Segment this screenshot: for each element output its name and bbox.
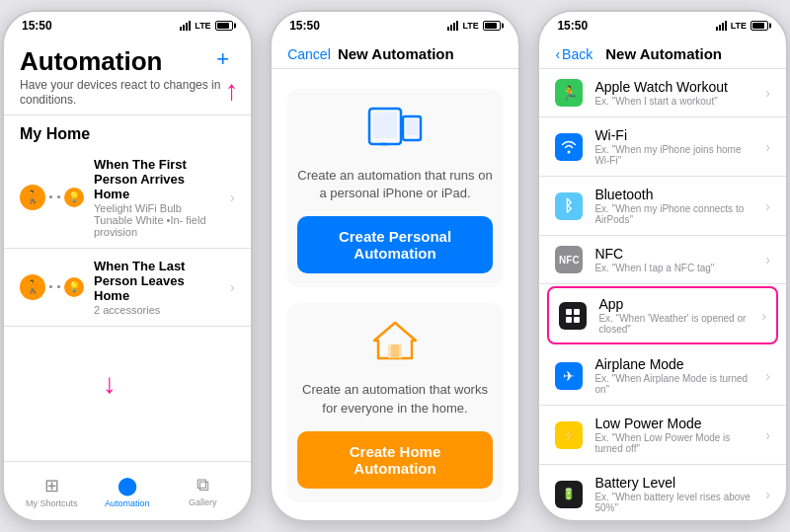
status-bar-3: 15:50 LTE: [539, 12, 786, 39]
person-leave-icon: 🚶: [20, 274, 45, 300]
create-home-btn[interactable]: Create Home Automation: [297, 431, 493, 489]
back-chevron-icon: ‹: [555, 46, 560, 62]
shortcuts-icon: ⊞: [44, 475, 59, 496]
time-3: 15:50: [557, 19, 588, 33]
app-sub: Ex. "When 'Weather' is opened or closed": [598, 313, 750, 335]
item2-title: When The Last Person Leaves Home: [94, 259, 220, 303]
shortcuts-label: My Shortcuts: [26, 498, 78, 508]
back-button[interactable]: ‹ Back: [555, 46, 592, 62]
watch-text: Apple Watch Workout Ex. "When I start a …: [594, 79, 753, 107]
battery-icon-3: [750, 21, 768, 31]
section-label: My Home: [4, 115, 251, 147]
tab-bar: ⊞ My Shortcuts ⬤ Automation ⧉ Gallery: [4, 461, 251, 520]
item2-sub: 2 accessories: [94, 304, 220, 316]
phone1-content: My Home 🚶 💡 When The First Person Arrive…: [4, 115, 251, 461]
automation-item-2[interactable]: 🚶 💡 When The Last Person Leaves Home 2 a…: [4, 249, 251, 327]
phone2-nav: Cancel New Automation: [272, 39, 518, 69]
home-icon: 💡: [64, 277, 84, 297]
gap-2: [522, 0, 536, 532]
personal-device-icon: [367, 105, 423, 157]
list-item-watch[interactable]: 🏃 Apple Watch Workout Ex. "When I start …: [539, 69, 786, 117]
home-card: Create an automation that works for ever…: [287, 303, 503, 501]
lte-icon: LTE: [195, 21, 210, 31]
bluetooth-title: Bluetooth: [594, 187, 753, 202]
phone2: 15:50 LTE Cancel New Automation: [270, 10, 520, 522]
tab-automation[interactable]: ⬤ Automation: [100, 475, 154, 508]
nav-title-3: New Automation: [598, 45, 729, 62]
wifi-title: Wi-Fi: [594, 127, 753, 143]
lowpower-icon: ⚡: [555, 421, 583, 449]
chevron-watch: ›: [765, 85, 770, 101]
automation-type-list: 🏃 Apple Watch Workout Ex. "When I start …: [539, 69, 786, 520]
tab-my-shortcuts[interactable]: ⊞ My Shortcuts: [25, 475, 79, 508]
automation-item-1[interactable]: 🚶 💡 When The First Person Arrives Home Y…: [4, 147, 251, 249]
signal-icon: [180, 21, 191, 31]
list-item-battery[interactable]: 🔋 Battery Level Ex. "When battery level …: [539, 465, 786, 520]
lte-icon-2: LTE: [462, 21, 478, 31]
lowpower-text: Low Power Mode Ex. "When Low Power Mode …: [594, 416, 753, 454]
chevron-nfc: ›: [765, 252, 770, 267]
list-item-bluetooth[interactable]: ᛒ Bluetooth Ex. "When my iPhone connects…: [539, 177, 786, 236]
battery-icon: [215, 21, 233, 31]
create-personal-btn[interactable]: Create Personal Automation: [297, 216, 493, 273]
svg-rect-3: [406, 119, 418, 135]
chevron-battery: ›: [765, 487, 770, 502]
status-bar-1: 15:50 LTE: [4, 12, 251, 39]
chevron-lowpower: ›: [765, 427, 770, 443]
phone3: 15:50 LTE ‹ Back New Automation 🏃: [537, 10, 788, 522]
cancel-button[interactable]: Cancel: [287, 46, 331, 62]
page-subtitle: Have your devices react to changes in co…: [20, 78, 235, 109]
chevron-icon: ›: [230, 190, 235, 205]
bluetooth-sub: Ex. "When my iPhone connects to AirPods": [594, 203, 753, 225]
chevron-wifi: ›: [765, 139, 770, 155]
nav-title-2: New Automation: [338, 45, 454, 62]
pink-arrow-down: ↓: [103, 368, 117, 400]
phone2-content: Create an automation that runs on a pers…: [272, 69, 518, 520]
chevron-airplane: ›: [765, 368, 770, 384]
phone1-header: Automation Have your devices react to ch…: [4, 39, 251, 115]
nfc-sub: Ex. "When I tap a NFC tag": [594, 263, 753, 273]
app-title: App: [598, 296, 750, 312]
time-2: 15:50: [289, 19, 320, 33]
watch-title: Apple Watch Workout: [594, 79, 753, 95]
automation-icon: ⬤: [118, 475, 137, 496]
automation-label: Automation: [105, 498, 150, 508]
list-item-lowpower[interactable]: ⚡ Low Power Mode Ex. "When Low Power Mod…: [539, 406, 786, 465]
lowpower-title: Low Power Mode: [594, 416, 753, 431]
page-title: Automation: [20, 47, 235, 76]
svg-rect-6: [391, 344, 399, 358]
chevron-bluetooth: ›: [765, 198, 770, 214]
chevron-app: ›: [761, 308, 766, 324]
bluetooth-text: Bluetooth Ex. "When my iPhone connects t…: [594, 187, 753, 225]
lte-icon-3: LTE: [731, 21, 747, 31]
battery-icon-2: [483, 21, 501, 31]
tab-gallery[interactable]: ⧉ Gallery: [176, 475, 230, 507]
phone3-nav: ‹ Back New Automation: [539, 39, 786, 69]
list-item-app[interactable]: App Ex. "When 'Weather' is opened or clo…: [547, 286, 778, 344]
add-button[interactable]: +: [209, 45, 237, 73]
phone1: 15:50 LTE Automation Have your devices r…: [2, 10, 253, 522]
item2-text: When The Last Person Leaves Home 2 acces…: [94, 259, 220, 316]
svg-rect-8: [574, 309, 580, 315]
lowpower-sub: Ex. "When Low Power Mode is turned off": [594, 432, 753, 454]
person-icon: 🚶: [20, 185, 45, 210]
svg-rect-7: [566, 309, 572, 315]
list-item-nfc[interactable]: NFC NFC Ex. "When I tap a NFC tag" ›: [539, 236, 786, 284]
status-bar-2: 15:50 LTE: [272, 12, 518, 39]
item1-text: When The First Person Arrives Home Yeeli…: [94, 157, 220, 238]
battery-level-icon: 🔋: [555, 481, 583, 508]
list-item-airplane[interactable]: ✈ Airplane Mode Ex. "When Airplane Mode …: [539, 346, 786, 406]
list-item-wifi[interactable]: Wi-Fi Ex. "When my iPhone joins home Wi-…: [539, 117, 786, 177]
airplane-text: Airplane Mode Ex. "When Airplane Mode is…: [594, 356, 753, 395]
home-icon-card: [370, 319, 420, 371]
status-icons-3: LTE: [716, 21, 768, 31]
battery-text: Battery Level Ex. "When battery level ri…: [594, 475, 753, 513]
battery-title: Battery Level: [594, 475, 753, 491]
gap-1: [255, 0, 269, 532]
nfc-icon: NFC: [555, 246, 583, 273]
nfc-text: NFC Ex. "When I tap a NFC tag": [594, 246, 753, 273]
wifi-text: Wi-Fi Ex. "When my iPhone joins home Wi-…: [594, 127, 753, 166]
bluetooth-icon: ᛒ: [555, 192, 583, 220]
automation-icons-2: 🚶 💡: [20, 274, 84, 300]
personal-card: Create an automation that runs on a pers…: [287, 89, 503, 287]
